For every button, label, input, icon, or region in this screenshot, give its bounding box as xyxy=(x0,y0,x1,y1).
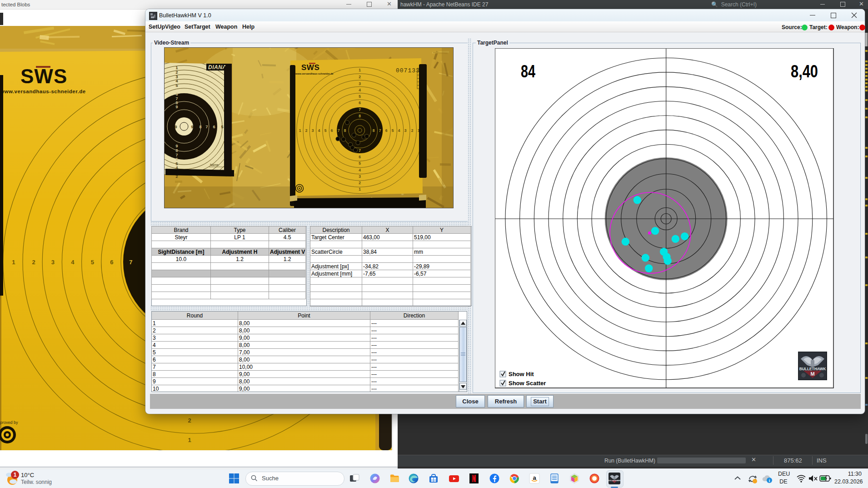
svg-text:6: 6 xyxy=(385,128,388,133)
svg-text:6: 6 xyxy=(175,92,178,96)
svg-text:5: 5 xyxy=(91,259,94,266)
svg-text:approved by: approved by xyxy=(0,420,18,425)
svg-text:i: i xyxy=(769,478,770,483)
svg-text:3: 3 xyxy=(359,174,361,179)
svg-text:5: 5 xyxy=(392,128,394,133)
svg-text:7: 7 xyxy=(359,148,361,153)
svg-text:3: 3 xyxy=(359,81,361,86)
svg-text:5: 5 xyxy=(324,128,327,133)
svg-text:6: 6 xyxy=(331,128,333,133)
svg-text:1: 1 xyxy=(14,472,17,478)
svg-text:9: 9 xyxy=(175,144,178,148)
svg-text:6: 6 xyxy=(359,155,361,159)
svg-text:5: 5 xyxy=(221,125,223,129)
svg-text:5: 5 xyxy=(175,83,178,88)
svg-text:2: 2 xyxy=(359,75,361,79)
svg-text:9: 9 xyxy=(191,125,193,129)
svg-text:SWS: SWS xyxy=(301,63,319,72)
svg-text:www.versandhaus-schneider.de: www.versandhaus-schneider.de xyxy=(295,72,334,75)
svg-text:8: 8 xyxy=(175,148,178,153)
svg-text:7: 7 xyxy=(359,107,361,112)
svg-text:4: 4 xyxy=(398,128,400,133)
svg-text:3: 3 xyxy=(51,259,55,266)
svg-text:Name:: Name: xyxy=(210,163,219,166)
svg-text:8: 8 xyxy=(373,128,375,133)
svg-text:4: 4 xyxy=(318,128,320,133)
svg-text:6: 6 xyxy=(359,101,361,105)
svg-text:2: 2 xyxy=(188,417,191,424)
svg-text:7: 7 xyxy=(338,128,340,133)
svg-text:8: 8 xyxy=(199,125,201,129)
svg-text:4: 4 xyxy=(175,79,178,83)
svg-text:7: 7 xyxy=(129,259,132,266)
svg-text:BULLETHAWK: BULLETHAWK xyxy=(799,367,826,371)
svg-text:4: 4 xyxy=(359,88,361,92)
svg-text:7: 7 xyxy=(205,125,208,129)
svg-text:BULLETHAWK: BULLETHAWK xyxy=(609,479,620,482)
svg-text:84: 84 xyxy=(521,62,535,81)
svg-text:4: 4 xyxy=(71,259,75,266)
svg-text:SWS: SWS xyxy=(20,65,67,87)
svg-text:Show Scatter: Show Scatter xyxy=(509,380,546,387)
svg-text:DIANA: DIANA xyxy=(208,64,227,70)
svg-text:2: 2 xyxy=(305,128,308,133)
svg-text:a: a xyxy=(533,474,536,481)
svg-text:1: 1 xyxy=(175,65,178,70)
svg-text:7: 7 xyxy=(379,128,381,133)
svg-text:1: 1 xyxy=(188,437,191,443)
svg-text:8: 8 xyxy=(344,128,346,133)
svg-text:1: 1 xyxy=(359,187,361,191)
svg-text:8: 8 xyxy=(359,114,361,118)
svg-text:8,40: 8,40 xyxy=(791,62,818,81)
svg-text:2: 2 xyxy=(359,181,361,185)
svg-text:1: 1 xyxy=(12,259,15,266)
svg-text:5: 5 xyxy=(359,94,361,99)
svg-text:6: 6 xyxy=(110,259,113,266)
svg-text:6: 6 xyxy=(213,125,215,129)
svg-text:007133: 007133 xyxy=(396,67,420,74)
svg-text:2: 2 xyxy=(32,259,35,266)
svg-text:www.versandhaus-schneider.de: www.versandhaus-schneider.de xyxy=(0,89,86,94)
svg-text:4: 4 xyxy=(359,168,361,172)
svg-text:3: 3 xyxy=(312,128,314,133)
svg-text:M: M xyxy=(810,371,814,377)
svg-text:6: 6 xyxy=(175,157,178,161)
svg-text:2: 2 xyxy=(175,70,178,75)
svg-text:2: 2 xyxy=(411,128,414,133)
svg-text:1: 1 xyxy=(299,128,301,133)
svg-text:1: 1 xyxy=(359,68,361,72)
svg-text:Show Hit: Show Hit xyxy=(509,371,534,377)
svg-text:3: 3 xyxy=(404,128,407,133)
svg-text:5: 5 xyxy=(359,161,361,166)
svg-text:9: 9 xyxy=(175,125,177,129)
svg-text:9: 9 xyxy=(175,105,178,109)
